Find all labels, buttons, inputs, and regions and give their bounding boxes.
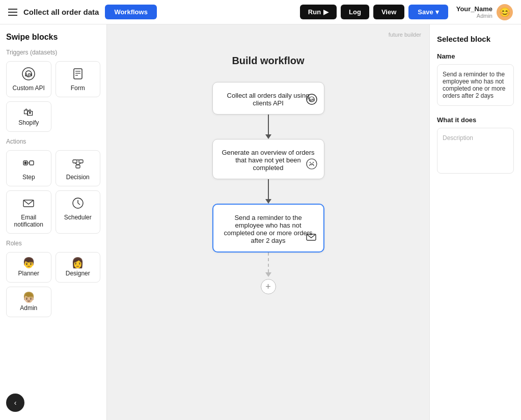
- block-scheduler[interactable]: Scheduler: [56, 190, 101, 234]
- actions-grid: Step Decision: [6, 150, 100, 234]
- user-name: Your_Name: [456, 5, 492, 13]
- designer-icon: 👩: [71, 258, 84, 268]
- svg-line-20: [78, 203, 80, 205]
- sidebar-title: Swipe blocks: [6, 33, 100, 42]
- svg-point-25: [310, 162, 311, 163]
- admin-label: Admin: [20, 304, 37, 312]
- block-planner[interactable]: 👦 Planner: [6, 252, 51, 283]
- decision-icon: [71, 156, 85, 172]
- block-custom-api[interactable]: API Custom API: [6, 61, 51, 97]
- form-label: Form: [71, 85, 85, 92]
- block-email-notification[interactable]: Email notification: [6, 190, 51, 234]
- save-label: Save: [418, 8, 433, 16]
- svg-point-10: [24, 162, 27, 164]
- custom-api-label: Custom API: [13, 85, 45, 92]
- topbar-actions: Run ▶ Log View Save ▾: [300, 5, 448, 19]
- canvas-title: Build workflow: [232, 55, 304, 67]
- node-1-text: Collect all orders daily using clients A…: [227, 92, 310, 107]
- email-notification-label: Email notification: [10, 214, 48, 228]
- view-button[interactable]: View: [373, 5, 404, 19]
- node-3-icon: [305, 231, 317, 245]
- node-3-text: Send a reminder to the employee who has …: [224, 214, 312, 244]
- svg-rect-11: [73, 160, 77, 163]
- scheduler-icon: [71, 196, 85, 212]
- name-label: Name: [437, 52, 514, 60]
- workflow-node-2[interactable]: Generate an overview of orders that have…: [212, 139, 324, 179]
- app-title: Collect all order data: [23, 8, 99, 16]
- triggers-grid: API Custom API Form 🛍: [6, 61, 100, 132]
- api-icon: API: [21, 67, 36, 82]
- block-designer[interactable]: 👩 Designer: [56, 252, 101, 283]
- block-admin[interactable]: 👦🏼 Admin: [6, 287, 51, 317]
- panel-title: Selected block: [437, 35, 514, 43]
- step-label: Step: [22, 174, 35, 181]
- run-label: Run: [308, 8, 321, 16]
- triggers-section-label: Triggers (datasets): [6, 49, 100, 56]
- sidebar-collapse-button[interactable]: ‹: [6, 394, 24, 412]
- main-layout: Swipe blocks Triggers (datasets) API Cus…: [0, 24, 521, 420]
- svg-point-26: [313, 162, 314, 163]
- form-icon: [71, 67, 85, 82]
- node-2-icon: [306, 158, 318, 173]
- add-node-button[interactable]: +: [261, 279, 276, 294]
- save-dropdown-icon: ▾: [435, 8, 439, 16]
- arrow-2-head: [265, 199, 271, 204]
- dashed-line: [268, 253, 269, 272]
- canvas-content: Build workflow Collect all orders daily …: [107, 24, 429, 420]
- node-2-text: Generate an overview of orders that have…: [222, 149, 314, 172]
- arrow-2-line: [268, 179, 269, 199]
- dashed-arrowhead: [265, 272, 271, 277]
- avatar[interactable]: 😊: [497, 4, 513, 20]
- designer-label: Designer: [66, 270, 90, 277]
- dashed-arrow: [265, 253, 271, 277]
- admin-icon: 👦🏼: [22, 292, 35, 302]
- svg-rect-13: [76, 165, 80, 168]
- canvas: future builder Build workflow Collect al…: [107, 24, 429, 420]
- block-step[interactable]: Step: [6, 150, 51, 186]
- sidebar: Swipe blocks Triggers (datasets) API Cus…: [0, 24, 107, 420]
- log-button[interactable]: Log: [341, 5, 369, 19]
- workflow-node-1[interactable]: Collect all orders daily using clients A…: [212, 82, 324, 115]
- right-panel: Selected block Name Send a reminder to t…: [429, 24, 521, 420]
- workflows-button[interactable]: Workflows: [105, 5, 157, 19]
- what-it-does-label: What it does: [437, 116, 514, 124]
- actions-section-label: Actions: [6, 138, 100, 145]
- svg-rect-12: [79, 160, 83, 163]
- arrow-1-line: [268, 115, 269, 134]
- future-builder-label: future builder: [389, 32, 421, 38]
- decision-label: Decision: [66, 174, 90, 181]
- roles-grid: 👦 Planner 👩 Designer 👦🏼 Admin: [6, 252, 100, 317]
- description-value: Description: [437, 128, 514, 174]
- topbar-left: Collect all order data Workflows: [8, 5, 292, 19]
- user-info: Your_Name Admin: [456, 5, 492, 19]
- email-icon: [21, 196, 36, 212]
- menu-icon[interactable]: [8, 9, 17, 16]
- roles-section-label: Roles: [6, 240, 100, 247]
- node-1-icon: API: [306, 93, 318, 108]
- scheduler-label: Scheduler: [64, 214, 92, 221]
- arrow-1-head: [265, 134, 271, 139]
- save-button[interactable]: Save ▾: [408, 5, 448, 19]
- block-form[interactable]: Form: [56, 61, 101, 97]
- svg-rect-8: [30, 161, 34, 165]
- workflow-node-3[interactable]: Send a reminder to the employee who has …: [212, 204, 324, 253]
- name-value: Send a reminder to the employee who has …: [437, 64, 514, 106]
- block-decision[interactable]: Decision: [56, 150, 101, 186]
- planner-icon: 👦: [22, 258, 35, 268]
- svg-text:API: API: [309, 98, 315, 102]
- user-role: Admin: [456, 13, 492, 19]
- planner-label: Planner: [18, 270, 39, 277]
- run-button[interactable]: Run ▶: [300, 5, 337, 19]
- block-shopify[interactable]: 🛍 Shopify: [6, 101, 51, 132]
- step-icon: [21, 156, 36, 172]
- topbar-user: Your_Name Admin 😊: [456, 4, 513, 20]
- arrow-2: [265, 179, 271, 204]
- shopify-label: Shopify: [18, 119, 39, 126]
- topbar: Collect all order data Workflows Run ▶ L…: [0, 0, 521, 24]
- topbar-center: Workflows: [105, 5, 157, 19]
- svg-rect-3: [74, 69, 82, 79]
- run-icon: ▶: [323, 8, 328, 16]
- arrow-1: [265, 115, 271, 139]
- shopify-icon: 🛍: [23, 107, 34, 117]
